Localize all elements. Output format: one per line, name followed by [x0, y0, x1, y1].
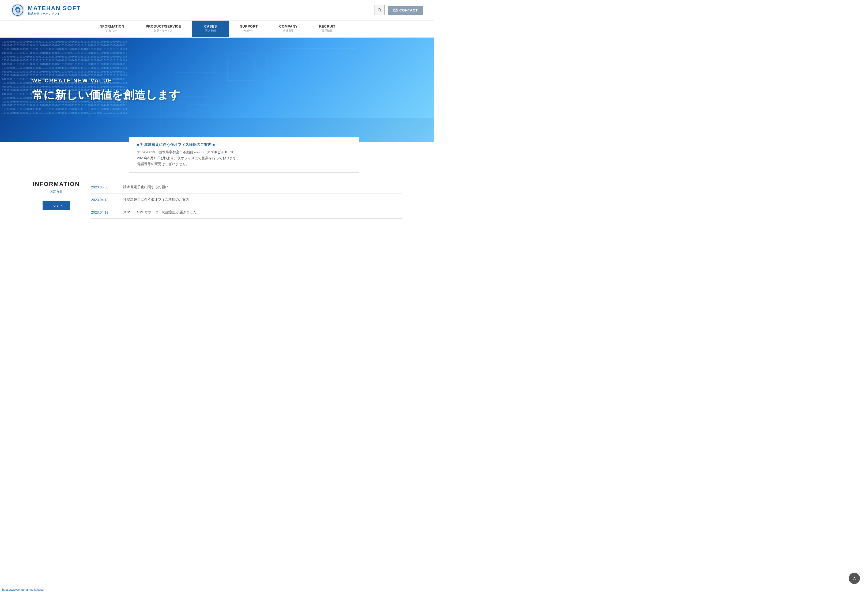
- svg-line-6: [381, 11, 381, 12]
- search-button[interactable]: [375, 5, 385, 15]
- nav-company[interactable]: COMPANY 会社概要: [269, 21, 309, 37]
- mail-icon: [393, 9, 398, 12]
- info-right: 2023.05.08 請求書電子化に関するお願い 2023.04.18 社屋建替…: [91, 181, 402, 219]
- info-subheading: お知らせ: [50, 189, 63, 194]
- svg-rect-22: [66, 106, 74, 118]
- svg-rect-13: [174, 72, 217, 102]
- svg-rect-17: [5, 108, 13, 118]
- nav-product-ja: 製品・サービス: [154, 29, 173, 32]
- info-row-2: 2023.04.13 スマートSMEサポーターの認定証が届きました: [91, 206, 402, 219]
- nav-recruit-en: RECRUIT: [319, 24, 335, 28]
- announcement-wrapper: ■ 社屋建替えに伴う仮オフィス移転のご案内 ■ 〒320-0833 栃木県宇都宮…: [0, 137, 434, 172]
- main-nav: INFORMATION お知らせ PRODUCT/SERVICE 製品・サービス…: [0, 21, 434, 38]
- more-button[interactable]: more ›: [43, 201, 70, 210]
- nav-recruit-ja: 採用情報: [322, 29, 332, 32]
- logo-main: MATEHAN SOFT: [28, 5, 81, 12]
- svg-rect-23: [76, 102, 89, 118]
- nav-cases[interactable]: CASES 導入事例: [192, 21, 229, 37]
- svg-rect-24: [91, 108, 99, 118]
- more-label: more: [50, 203, 59, 208]
- nav-cases-en: CASES: [204, 24, 217, 28]
- info-heading: INFORMATION: [32, 181, 80, 188]
- svg-rect-12: [308, 62, 340, 88]
- info-date-0: 2023.05.08: [91, 185, 115, 189]
- info-left: INFORMATION お知らせ more ›: [32, 181, 80, 219]
- hero-text: WE CREATE NEW VALUE 常に新しい価値を創造します: [32, 78, 180, 103]
- info-date-2: 2023.04.13: [91, 211, 115, 214]
- hero-section: 1010101011010011010100101011010101011101…: [0, 38, 434, 142]
- info-date-1: 2023.04.18: [91, 198, 115, 202]
- nav-information[interactable]: INFORMATION お知らせ: [88, 21, 135, 37]
- nav-company-ja: 会社概要: [283, 29, 294, 32]
- nav-product-service[interactable]: PRODUCT/SERVICE 製品・サービス: [135, 21, 192, 37]
- logo-area: MATEHAN SOFT 株式会社マテハンソフト: [11, 3, 81, 17]
- header-right: CONTACT: [375, 5, 423, 15]
- svg-rect-18: [16, 102, 27, 118]
- svg-rect-10: [281, 49, 356, 102]
- info-text-2: スマートSMEサポーターの認定証が届きました: [123, 210, 197, 215]
- search-icon: [378, 8, 382, 12]
- nav-support-ja: サポート: [244, 29, 254, 32]
- announcement-body: 〒320-0833 栃木県宇都宮市不動前2-2-33 スズキビルⅢ 2F2023…: [137, 149, 351, 167]
- nav-support[interactable]: SUPPORT サポート: [229, 21, 268, 37]
- svg-rect-8: [214, 54, 268, 86]
- info-section: INFORMATION お知らせ more › 2023.05.08 請求書電子…: [0, 172, 434, 229]
- nav-product-en: PRODUCT/SERVICE: [146, 24, 181, 28]
- svg-rect-19: [30, 110, 36, 118]
- logo-text: MATEHAN SOFT 株式会社マテハンソフト: [28, 5, 81, 16]
- more-arrow-icon: ›: [61, 203, 62, 208]
- nav-recruit[interactable]: RECRUIT 採用情報: [309, 21, 346, 37]
- announcement-body-text: 〒320-0833 栃木県宇都宮市不動前2-2-33 スズキビルⅢ 2F2023…: [137, 150, 240, 166]
- svg-point-5: [378, 9, 381, 11]
- contact-label: CONTACT: [399, 8, 418, 12]
- nav-information-en: INFORMATION: [99, 24, 124, 28]
- nav-company-en: COMPANY: [279, 24, 298, 28]
- announcement-box: ■ 社屋建替えに伴う仮オフィス移転のご案内 ■ 〒320-0833 栃木県宇都宮…: [129, 137, 359, 172]
- svg-rect-9: [227, 59, 254, 81]
- info-row-1: 2023.04.18 社屋建替えに伴う仮オフィス移転のご案内: [91, 193, 402, 206]
- info-text-1: 社屋建替えに伴う仮オフィス移転のご案内: [123, 197, 189, 202]
- nav-information-ja: お知らせ: [106, 29, 117, 32]
- svg-rect-11: [289, 54, 348, 97]
- hero-ja-text: 常に新しい価値を創造します: [32, 87, 180, 103]
- contact-button[interactable]: CONTACT: [388, 6, 423, 15]
- header: MATEHAN SOFT 株式会社マテハンソフト CONTACT: [0, 0, 434, 21]
- hero-en-text: WE CREATE NEW VALUE: [32, 78, 180, 84]
- nav-cases-ja: 導入事例: [205, 29, 216, 32]
- info-text-0: 請求書電子化に関するお願い: [123, 185, 168, 190]
- announcement-title: ■ 社屋建替えに伴う仮オフィス移転のご案内 ■: [137, 142, 351, 147]
- nav-support-en: SUPPORT: [240, 24, 258, 28]
- logo-sub: 株式会社マテハンソフト: [28, 12, 81, 16]
- logo-icon: [11, 3, 25, 17]
- info-row-0: 2023.05.08 請求書電子化に関するお願い: [91, 181, 402, 193]
- svg-rect-20: [37, 105, 47, 118]
